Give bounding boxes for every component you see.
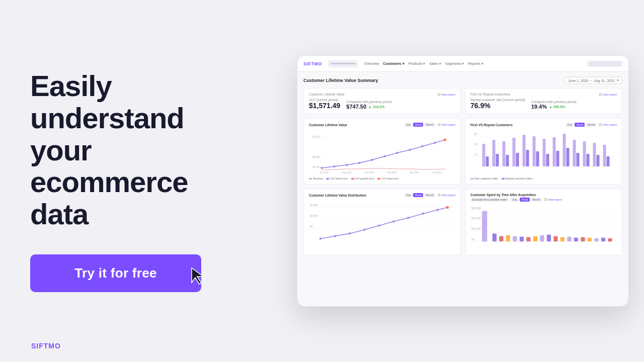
svg-rect-95	[574, 238, 578, 241]
clv-compare-label: Compared with previous period	[346, 100, 391, 104]
svg-point-14	[409, 149, 411, 151]
chart-spent-time: Customer Spent by Time After Acquisition…	[465, 189, 622, 255]
metric-clv: Customer Lifetime Value 📋 View report CL…	[303, 88, 461, 114]
bar-chart-svg: 30 20 10	[470, 129, 617, 174]
svg-point-64	[319, 238, 321, 240]
svg-text:$2,000: $2,000	[313, 155, 321, 158]
chart1-report: 📋 View report	[437, 123, 455, 126]
svg-rect-89	[533, 236, 537, 241]
nav-overview: Overview	[364, 62, 379, 66]
svg-point-68	[378, 225, 380, 227]
svg-point-9	[346, 164, 348, 166]
svg-rect-42	[533, 136, 536, 166]
svg-rect-54	[593, 143, 596, 166]
svg-point-7	[321, 167, 323, 169]
svg-rect-49	[567, 148, 570, 166]
svg-point-66	[349, 232, 351, 234]
svg-rect-83	[493, 234, 497, 242]
svg-point-16	[434, 142, 436, 144]
chart3-title: Customer Lifetime Value Distribution	[309, 194, 366, 197]
chart4-title: Customer Spent by Time After Acquisition	[470, 193, 536, 197]
chart4-report: 📋 View report	[544, 198, 562, 201]
line-chart-svg: $3,000 $2,000 $1,000	[309, 129, 455, 174]
clv-change: ▲ 110.2%	[368, 105, 385, 109]
svg-text:10: 10	[474, 153, 477, 156]
svg-text:Oct 2020: Oct 2020	[365, 171, 374, 174]
nav-customers: Customers ▾	[383, 62, 405, 66]
svg-point-73	[446, 206, 449, 209]
nav-dropdown	[328, 60, 358, 67]
spent-time-svg: $60,000 $40,000 $20,000 $0	[470, 204, 617, 249]
cursor-icon	[190, 266, 206, 286]
metric-repeat: First VS Repeat Customers 📋 View report …	[465, 88, 622, 114]
svg-point-70	[407, 217, 409, 219]
metric-clv-report: 📋 View report	[437, 93, 455, 96]
svg-rect-47	[556, 151, 559, 166]
svg-rect-37	[506, 155, 509, 166]
repeat-compare-label: Compared with previous period	[531, 100, 577, 104]
svg-rect-32	[482, 144, 486, 166]
svg-rect-84	[499, 236, 503, 241]
dashboard-title-row: Customer Lifetime Value Summary June 1, …	[303, 77, 622, 84]
svg-rect-45	[546, 154, 549, 166]
chart3-report: 📋 View report	[437, 194, 455, 197]
chart1-legend: Revenue CLV (lower est.) CLV growth (est…	[309, 177, 455, 180]
repeat-current-value: 76.9%	[470, 102, 525, 110]
svg-text:Aug 2020: Aug 2020	[342, 171, 352, 174]
nav-right-area	[587, 61, 622, 67]
brand-logo: SIFTMO	[31, 342, 61, 350]
clv-compare-value: $747.50	[346, 104, 366, 110]
svg-text:$4,000: $4,000	[310, 204, 318, 207]
chart2-title: First VS Repeat Customers	[470, 123, 513, 127]
headline: Easily understand your ecommerce data	[30, 70, 247, 230]
svg-text:Apr 2021: Apr 2021	[410, 171, 420, 174]
svg-text:Feb 2021: Feb 2021	[387, 171, 397, 174]
chart-repeat-bar: First VS Repeat Customers Day Week Month…	[465, 118, 622, 185]
svg-rect-40	[523, 135, 526, 166]
svg-rect-82	[482, 211, 487, 241]
dashboard-mockup: SIFTMO Overview Customers ▾ Products ▾ S…	[297, 55, 629, 307]
svg-rect-88	[526, 237, 530, 241]
svg-text:$40,000: $40,000	[471, 217, 481, 220]
dashboard-content: Customer Lifetime Value Summary June 1, …	[297, 72, 628, 260]
svg-rect-44	[543, 139, 546, 166]
svg-rect-33	[486, 156, 489, 166]
nav-reports: Reports ▾	[468, 62, 483, 66]
chart-clv-dist: Customer Lifetime Value Distribution Day…	[303, 189, 461, 255]
clv-current-value: $1,571.49	[309, 102, 340, 110]
svg-rect-51	[577, 153, 580, 166]
svg-rect-94	[567, 237, 571, 241]
svg-point-8	[334, 165, 336, 167]
svg-rect-41	[526, 150, 529, 166]
date-range: June 1, 2020 → July 31, 2021 ▾	[565, 77, 622, 84]
clv-dist-svg: $4,000 $2,000 $0	[309, 199, 455, 244]
charts-row-1: Customer Lifetime Value Day Week Month 📋…	[303, 118, 622, 185]
svg-rect-57	[607, 156, 610, 166]
svg-rect-100	[608, 238, 612, 241]
svg-point-15	[422, 145, 424, 147]
svg-text:30: 30	[474, 133, 477, 136]
svg-rect-35	[496, 154, 499, 166]
svg-rect-85	[506, 235, 510, 241]
svg-rect-48	[563, 134, 566, 166]
svg-point-67	[363, 229, 365, 231]
repeat-current-label: Repeat customer rate (current period)	[470, 98, 525, 102]
svg-rect-55	[597, 155, 600, 166]
repeat-change: ▲ 295.6%	[549, 105, 566, 109]
left-content-section: Easily understand your ecommerce data Tr…	[30, 70, 247, 292]
dashboard-title: Customer Lifetime Value Summary	[303, 78, 378, 83]
svg-rect-50	[573, 140, 576, 166]
svg-rect-98	[594, 238, 598, 241]
metrics-grid: Customer Lifetime Value 📋 View report CL…	[303, 88, 622, 114]
svg-rect-92	[553, 236, 557, 241]
svg-point-12	[384, 155, 386, 157]
svg-text:$0: $0	[310, 225, 313, 228]
svg-rect-99	[601, 238, 605, 241]
cta-button[interactable]: Try it for free	[30, 254, 201, 292]
svg-rect-46	[553, 137, 556, 166]
svg-rect-38	[513, 138, 516, 166]
svg-rect-43	[536, 151, 539, 166]
clv-current-label: CLV (current period)	[309, 98, 340, 102]
svg-text:20: 20	[474, 143, 477, 146]
metric-clv-label: Customer Lifetime Value	[309, 93, 345, 96]
